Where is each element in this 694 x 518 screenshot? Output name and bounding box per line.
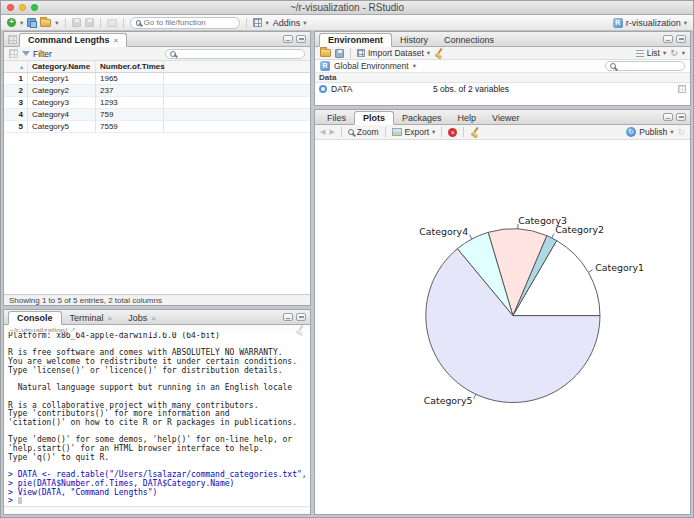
viewer-tabbar: Command Lengths × (4, 32, 310, 47)
minimize-pane-icon[interactable] (283, 313, 293, 321)
pie-label: Category5 (424, 395, 473, 406)
tab-console[interactable]: Console (8, 311, 62, 325)
tab-files[interactable]: Files (319, 112, 354, 124)
tab-command-lengths[interactable]: Command Lengths × (19, 33, 127, 47)
import-dataset-label: Import Dataset (368, 48, 424, 58)
console-output[interactable]: Platform: x86_64-apple-darwin13.6.0 (64-… (4, 332, 310, 506)
global-environment-icon (320, 61, 330, 71)
help-tab-label: Help (458, 113, 477, 123)
project-name-label: r-visualization (626, 18, 681, 28)
row-number-cell: 4 (4, 109, 28, 120)
load-workspace-icon[interactable] (320, 49, 331, 57)
caret-down-icon: ▾ (432, 128, 435, 136)
print-icon (107, 19, 117, 27)
next-plot-icon: ▶ (329, 128, 334, 136)
publish-button[interactable]: Publish ▾ (626, 127, 673, 137)
environment-tab-label: Environment (328, 35, 383, 45)
table-row[interactable]: 3Category31293 (4, 97, 310, 109)
view-table-icon[interactable] (678, 85, 686, 93)
caret-down-icon[interactable]: ▾ (682, 49, 685, 57)
category-name-cell: Category1 (28, 73, 96, 84)
minimize-pane-icon[interactable] (663, 35, 673, 43)
tab-plots[interactable]: Plots (354, 111, 394, 125)
panes-caret-icon[interactable]: ▾ (266, 19, 269, 27)
column-header-number-of-times[interactable]: Number.of.Times (96, 61, 164, 72)
remove-plot-icon[interactable] (448, 128, 457, 137)
minimize-pane-icon[interactable] (283, 35, 293, 43)
new-file-icon[interactable] (7, 18, 16, 27)
minimize-pane-icon[interactable] (663, 113, 673, 121)
pane-window-buttons (283, 313, 310, 324)
tab-viewer[interactable]: Viewer (484, 112, 527, 124)
scope-selector-label[interactable]: Global Environment (334, 61, 409, 71)
refresh-icon[interactable]: ↻ (670, 49, 678, 58)
plots-toolbar: ◀ ▶ Zoom Export ▾ (315, 125, 690, 140)
tab-jobs[interactable]: Jobs× (120, 312, 164, 324)
viewer-search-box[interactable] (165, 49, 305, 59)
table-row[interactable]: 5Category57559 (4, 121, 310, 133)
addins-button[interactable]: Addins ▾ (273, 18, 307, 28)
environment-section-header: Data (315, 73, 690, 83)
tab-history[interactable]: History (392, 34, 436, 46)
save-workspace-icon[interactable] (335, 49, 344, 58)
column-header-category-name[interactable]: Category.Name (28, 61, 96, 72)
goto-file-box[interactable] (130, 17, 240, 29)
row-number-header[interactable]: ▴ (4, 61, 28, 72)
clear-all-plots-icon[interactable] (470, 127, 480, 137)
console-scrollbar[interactable] (4, 506, 310, 514)
tab-connections[interactable]: Connections (436, 34, 502, 46)
tab-terminal[interactable]: Terminal× (62, 312, 121, 324)
terminal-tab-label: Terminal (70, 313, 104, 323)
toolbar-separator (341, 127, 342, 137)
rstudio-window: ~/r-visualization - RStudio ▾ ▾ ▾ Addins… (0, 0, 694, 518)
pie-label: Category3 (518, 215, 567, 226)
close-tab-icon[interactable]: × (108, 314, 113, 323)
toolbar-separator (123, 18, 124, 28)
maximize-pane-icon[interactable] (676, 35, 686, 43)
close-tab-icon[interactable]: × (151, 314, 156, 323)
object-name-label[interactable]: DATA (331, 84, 352, 94)
tab-environment[interactable]: Environment (319, 33, 392, 47)
new-file-caret-icon[interactable]: ▾ (20, 19, 23, 27)
maximize-pane-icon[interactable] (296, 35, 306, 43)
maximize-pane-icon[interactable] (676, 113, 686, 121)
tab-help[interactable]: Help (450, 112, 485, 124)
console-pane: Console Terminal× Jobs× ~/r-visualizatio… (3, 309, 311, 515)
export-plot-button[interactable]: Export ▾ (392, 127, 436, 137)
pie-chart: Category1Category2Category3Category4Cate… (315, 140, 690, 514)
clear-console-icon[interactable] (295, 325, 305, 335)
new-project-icon[interactable] (27, 18, 36, 27)
save-icon (72, 18, 81, 27)
maximize-pane-icon[interactable] (296, 313, 306, 321)
filter-button[interactable]: Filter (22, 49, 52, 59)
import-dataset-button[interactable]: Import Dataset ▾ (357, 48, 430, 58)
workspace-panes-icon[interactable] (253, 18, 262, 27)
environment-search-input[interactable] (619, 62, 680, 71)
table-row[interactable]: 1Category11965 (4, 73, 310, 85)
clear-objects-icon[interactable] (434, 48, 444, 58)
list-view-button[interactable]: List ▾ (636, 48, 667, 58)
category-name-cell: Category2 (28, 85, 96, 96)
close-tab-icon[interactable]: × (114, 36, 119, 45)
project-menu-button[interactable]: r-visualization ▾ (613, 18, 687, 28)
environment-search-box[interactable] (605, 61, 685, 71)
table-row[interactable]: 2Category2237 (4, 85, 310, 97)
tab-packages[interactable]: Packages (394, 112, 450, 124)
pie-label: Category2 (555, 224, 604, 235)
environment-object-row[interactable]: DATA 5 obs. of 2 variables (315, 83, 690, 95)
open-file-caret-icon[interactable]: ▾ (55, 19, 58, 27)
pane-window-buttons (283, 35, 310, 46)
toolbar-separator (385, 127, 386, 137)
open-file-icon[interactable] (40, 19, 51, 27)
toolbar-separator (100, 18, 101, 28)
caret-down-icon[interactable]: ▾ (413, 62, 416, 70)
viewer-table-body: 1Category119652Category22373Category3129… (4, 73, 310, 133)
publish-icon (626, 127, 636, 137)
zoom-plot-button[interactable]: Zoom (348, 127, 379, 137)
goto-file-input[interactable] (144, 18, 234, 27)
viewer-search-input[interactable] (179, 49, 300, 58)
viewer-tab-label: Command Lengths (28, 35, 110, 45)
category-name-cell: Category3 (28, 97, 96, 108)
files-tab-label: Files (327, 113, 346, 123)
table-row[interactable]: 4Category4759 (4, 109, 310, 121)
